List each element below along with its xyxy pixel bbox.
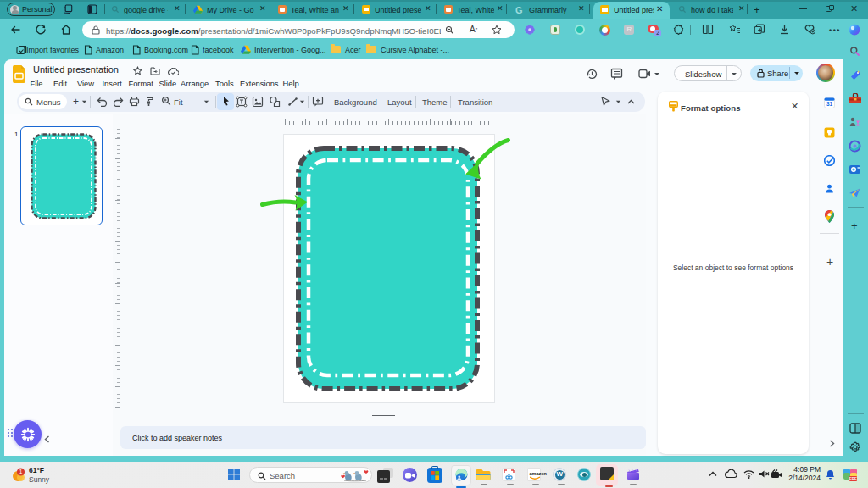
svg-text:31: 31 — [826, 101, 833, 107]
svg-text:1: 1 — [19, 469, 23, 474]
svg-text:FRE: FRE — [849, 477, 857, 481]
